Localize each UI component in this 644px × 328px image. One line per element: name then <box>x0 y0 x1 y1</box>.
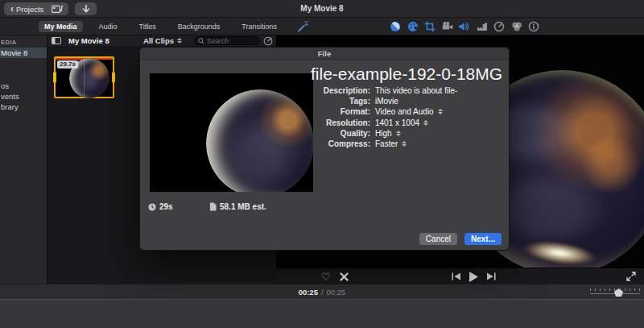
reject-x-icon[interactable] <box>340 272 349 281</box>
fullscreen-icon[interactable] <box>626 272 636 281</box>
stabilization-icon[interactable] <box>442 21 453 32</box>
viewer-adjust-toolbar <box>390 21 539 32</box>
tab-titles[interactable]: Titles <box>134 21 162 32</box>
sidebar-spacer <box>0 58 47 81</box>
tags-value[interactable]: iMovie <box>375 97 506 106</box>
dialog-titlebar[interactable]: File <box>140 48 509 60</box>
stepper-icon[interactable] <box>438 109 443 114</box>
sidebar-item-all-events[interactable]: vents <box>0 91 47 102</box>
resolution-select[interactable]: 1401 x 1004 <box>375 118 506 127</box>
crop-icon[interactable] <box>424 21 436 32</box>
dialog-video-preview <box>150 73 313 192</box>
compress-select[interactable]: Faster <box>375 139 506 148</box>
dialog-earth-frame <box>206 89 313 192</box>
tab-my-media[interactable]: My Media <box>39 21 83 32</box>
resolution-label: Resolution: <box>311 118 375 127</box>
speed-icon[interactable] <box>493 21 505 32</box>
trim-handle-left[interactable] <box>53 72 56 83</box>
favorite-heart-icon[interactable]: ♡ <box>321 272 331 282</box>
slider-ticks <box>590 289 640 291</box>
tab-transitions[interactable]: Transitions <box>236 21 283 32</box>
sidebar-item-photos[interactable]: os <box>0 81 47 91</box>
dropdown-stepper-icon <box>177 38 182 44</box>
filesize-stat: 58.1 MB est. <box>209 202 266 211</box>
media-tabs: My Media Audio Titles Backgrounds Transi… <box>39 18 283 35</box>
clip-filter-label: All Clips <box>143 36 174 45</box>
clip-frame-divider <box>84 60 85 97</box>
color-balance-icon[interactable] <box>390 21 401 32</box>
clip-duration-badge: 29.7s <box>57 60 78 69</box>
skip-to-start-icon[interactable] <box>452 272 460 280</box>
enhance-wand-icon[interactable] <box>297 21 308 32</box>
color-correction-icon[interactable] <box>407 21 419 32</box>
stepper-icon[interactable] <box>402 141 407 147</box>
video-clip-thumbnail[interactable]: 29.7s <box>54 56 114 98</box>
tabbar: My Media Audio Titles Backgrounds Transi… <box>0 18 644 35</box>
viewer-controls-bar: ♡ <box>276 268 644 284</box>
format-select[interactable]: Video and Audio <box>375 107 506 116</box>
volume-icon[interactable] <box>459 21 470 32</box>
mark-buttons: ♡ <box>321 268 349 284</box>
browser-header: My Movie 8 All Clips <box>47 35 277 46</box>
search-icon <box>198 38 204 44</box>
tab-audio[interactable]: Audio <box>93 21 123 32</box>
description-value[interactable]: This video is about file- <box>375 86 506 95</box>
file-icon <box>209 202 217 211</box>
export-filename-title[interactable]: file-example-192-0-18MG <box>311 64 502 84</box>
browser-panel-title: My Movie 8 <box>68 36 109 45</box>
clip-filter-dropdown[interactable]: All Clips <box>143 35 182 46</box>
titlebar: ‹ Projects My Movie 8 <box>0 0 644 18</box>
dialog-buttons: Cancel Next... <box>419 233 502 245</box>
imovie-window: ‹ Projects My Movie 8 My Media Audio Tit… <box>0 0 644 328</box>
browser-settings-button[interactable] <box>263 35 274 46</box>
sidebar-toggle-icon[interactable] <box>52 37 61 44</box>
format-label: Format: <box>311 107 375 116</box>
clip-filter-icon[interactable] <box>511 21 522 32</box>
quality-select[interactable]: High <box>375 129 506 138</box>
timeline-area[interactable] <box>0 299 644 328</box>
stepper-icon[interactable] <box>396 131 401 136</box>
clip-zoom-slider[interactable] <box>590 284 640 300</box>
duration-stat: 29s <box>148 202 173 211</box>
next-button[interactable]: Next... <box>464 233 502 245</box>
skip-to-end-icon[interactable] <box>487 272 496 280</box>
clock-icon <box>148 203 156 211</box>
libraries-sidebar: EDIA Movie 8 os vents brary <box>0 35 47 284</box>
info-icon[interactable] <box>528 21 539 32</box>
tab-backgrounds[interactable]: Backgrounds <box>172 21 226 32</box>
quality-label: Quality: <box>311 129 375 138</box>
play-icon[interactable] <box>469 272 478 282</box>
sidebar-item-library[interactable]: brary <box>0 102 47 112</box>
cancel-button[interactable]: Cancel <box>419 233 457 245</box>
export-settings-form: Description: This video is about file- T… <box>311 85 506 149</box>
sidebar-item-project-media[interactable]: Movie 8 <box>0 48 47 58</box>
search-input[interactable] <box>207 37 255 45</box>
timecode-bar: 00:25 / 00:25 <box>0 284 644 299</box>
time-separator: / <box>321 288 324 297</box>
compress-label: Compress: <box>311 139 375 148</box>
sidebar-section-label: EDIA <box>0 35 47 48</box>
window-title: My Movie 8 <box>0 4 644 13</box>
tags-label: Tags: <box>311 97 375 106</box>
transport-controls <box>452 268 496 284</box>
description-label: Description: <box>311 86 375 95</box>
browser-settings-icon <box>263 36 273 46</box>
file-export-dialog: File file-example-192-0-18MG Description… <box>139 47 510 251</box>
trim-handle-right[interactable] <box>112 72 115 83</box>
search-field[interactable] <box>194 36 260 45</box>
total-time: 00:25 <box>327 288 346 297</box>
stepper-icon[interactable] <box>423 120 428 126</box>
elapsed-time: 00:25 <box>299 288 318 297</box>
noise-reduction-icon[interactable] <box>477 21 488 32</box>
